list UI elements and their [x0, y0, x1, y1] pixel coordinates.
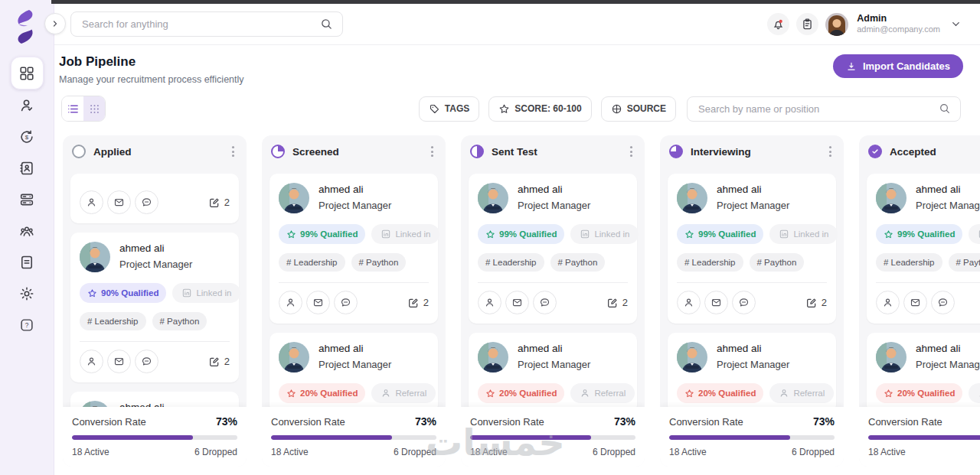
candidate-card[interactable]: 2	[70, 174, 239, 223]
column-footer: Conversion Rate73%18 Active6 Dropped	[461, 407, 645, 467]
candidate-card[interactable]: ahmed aliProject Manager99% QualifiedLin…	[668, 174, 836, 324]
candidate-card[interactable]: ahmed aliProject Manager20% QualifiedRef…	[668, 333, 836, 407]
column-cards: ahmed aliProject Manager99% QualifiedLin…	[461, 168, 645, 407]
column-menu-button[interactable]	[229, 143, 237, 160]
sidebar-item-documents[interactable]	[11, 246, 43, 278]
board-search-input[interactable]	[697, 102, 939, 115]
qualified-label: 20% Qualified	[499, 389, 557, 398]
grid-view-button[interactable]	[83, 96, 105, 121]
conversion-rate-value: 73%	[415, 415, 436, 428]
score-filter-label: SCORE: 60-100	[514, 103, 581, 114]
notes-count[interactable]: 2	[208, 197, 230, 209]
pipeline-column-screened: Screenedahmed aliProject Manager99% Qual…	[262, 135, 446, 467]
sidebar-item-dashboard[interactable]	[11, 57, 44, 89]
sidebar-item-settings[interactable]	[11, 278, 43, 309]
source-filter-button[interactable]: SOURCE	[601, 96, 676, 122]
list-view-button[interactable]	[62, 96, 83, 121]
comment-icon	[738, 297, 750, 308]
qualified-label: 99% Qualified	[698, 229, 756, 239]
profile-button[interactable]	[478, 291, 501, 314]
source-label: Referral	[793, 389, 825, 398]
sidebar-item-payroll[interactable]: $	[11, 121, 43, 152]
comment-button[interactable]	[334, 291, 358, 314]
email-button[interactable]	[505, 291, 529, 314]
stage-progress-icon	[669, 145, 683, 158]
candidate-card[interactable]: ahmed aliProject Manager20% QualifiedRef…	[469, 333, 637, 407]
tags-filter-button[interactable]: TAGS	[419, 96, 479, 122]
user-avatar[interactable]	[825, 13, 848, 36]
skill-tag: # Paython	[351, 253, 407, 272]
notes-count[interactable]: 2	[805, 297, 827, 309]
globe-icon	[611, 103, 622, 115]
column-cards: ahmed aliProject Manager99% QualifiedLin…	[262, 168, 446, 407]
source-badge: Referral	[570, 383, 635, 403]
notes-count[interactable]: 2	[208, 356, 230, 368]
email-button[interactable]	[306, 291, 330, 314]
column-menu-button[interactable]	[428, 143, 436, 160]
email-button[interactable]	[107, 350, 131, 373]
profile-button[interactable]	[80, 190, 103, 214]
source-badge: Referral	[969, 383, 980, 403]
pipeline-column-applied: Applied2ahmed aliProject Manager90% Qual…	[63, 135, 247, 467]
column-header: Accepted	[859, 135, 980, 168]
column-menu-button[interactable]	[627, 143, 635, 160]
profile-button[interactable]	[876, 291, 900, 314]
active-count: 18 Active	[868, 447, 906, 457]
candidate-card[interactable]: ahmed aliProject Manager90% QualifiedLin…	[70, 233, 239, 382]
candidate-avatar	[478, 342, 508, 373]
column-menu-button[interactable]	[826, 143, 835, 160]
source-badge: Linked in	[172, 283, 240, 303]
comment-icon	[539, 297, 550, 308]
sidebar-collapse-button[interactable]	[44, 13, 66, 34]
import-candidates-button[interactable]: Import Candidates	[833, 54, 963, 78]
candidate-card[interactable]: ahmed aliProject Manager99% QualifiedLin…	[867, 174, 980, 324]
candidate-title: Project Manager	[318, 200, 391, 211]
global-search[interactable]	[70, 11, 343, 37]
profile-icon	[484, 297, 495, 308]
source-badge: Linked in	[570, 224, 639, 244]
notifications-button[interactable]	[767, 13, 789, 35]
profile-button[interactable]	[677, 291, 701, 314]
candidate-card[interactable]: ahmed aliProject Manager20% QualifiedRef…	[867, 333, 980, 407]
sidebar-item-contacts[interactable]	[11, 152, 43, 184]
comment-button[interactable]	[931, 291, 955, 314]
column-footer: Conversion Rate73%18 Active6 Dropped	[859, 407, 980, 467]
comment-button[interactable]	[135, 190, 158, 214]
comment-button[interactable]	[135, 350, 158, 373]
candidate-card[interactable]: ahmed aliProject Manager99% QualifiedLin…	[270, 174, 438, 324]
skill-tag: # Leadership	[478, 253, 544, 272]
comment-button[interactable]	[533, 291, 557, 314]
dashboard-grid-icon	[18, 65, 35, 82]
notes-count[interactable]: 2	[407, 297, 429, 309]
candidate-card[interactable]: ahmed aliProject Manager20% QualifiedRef…	[270, 333, 438, 407]
user-menu-button[interactable]	[950, 18, 962, 30]
notes-count[interactable]: 2	[606, 297, 628, 309]
sidebar-item-team[interactable]	[11, 215, 43, 246]
candidate-card[interactable]: ahmed aliProject Manager	[70, 392, 239, 407]
sidebar-item-help[interactable]: ?	[11, 309, 43, 340]
email-button[interactable]	[903, 291, 927, 314]
email-button[interactable]	[704, 291, 728, 314]
star-icon	[884, 389, 893, 399]
score-filter-button[interactable]: SCORE: 60-100	[488, 96, 591, 122]
conversion-rate-label: Conversion Rate	[271, 416, 345, 428]
candidate-avatar	[80, 401, 110, 407]
tasks-button[interactable]	[796, 13, 818, 35]
grid-view-icon	[89, 103, 100, 115]
notes-icon	[606, 297, 619, 309]
stage-progress-icon	[470, 145, 484, 158]
profile-button[interactable]	[80, 350, 103, 373]
profile-button[interactable]	[279, 291, 302, 314]
sidebar-item-candidates[interactable]	[11, 89, 43, 121]
user-email: admin@company.com	[857, 24, 940, 35]
comment-button[interactable]	[732, 291, 756, 314]
global-search-input[interactable]	[80, 18, 320, 31]
board-search[interactable]	[687, 96, 961, 122]
source-badge: Referral	[371, 383, 436, 403]
stage-progress-icon	[271, 145, 285, 158]
candidate-card[interactable]: ahmed aliProject Manager99% QualifiedLin…	[469, 174, 637, 324]
sidebar-item-database[interactable]	[11, 184, 43, 215]
comment-icon	[141, 356, 152, 367]
email-button[interactable]	[107, 190, 131, 214]
stage-progress-icon	[868, 145, 882, 158]
